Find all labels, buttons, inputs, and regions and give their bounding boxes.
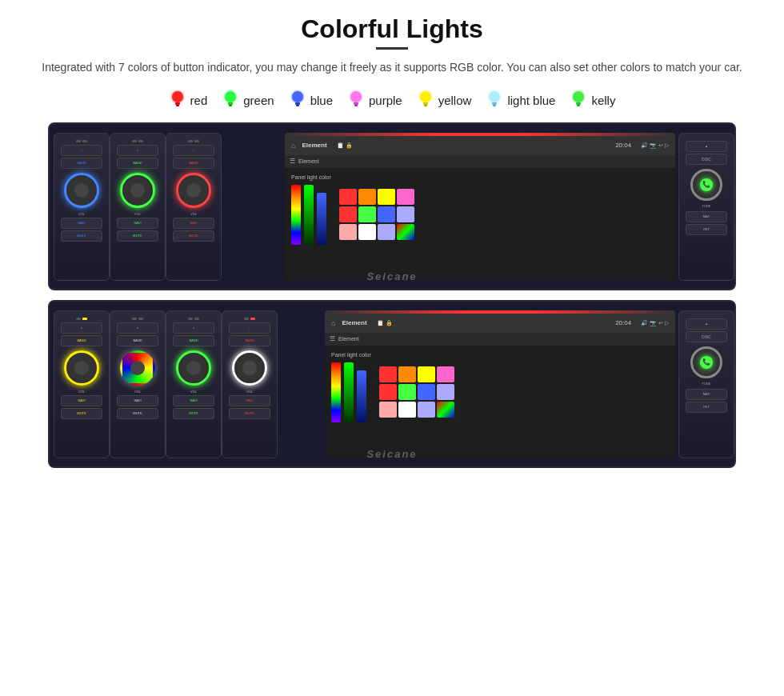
color-label-yellow: yellow — [438, 94, 472, 107]
color-item-light-blue: light blue — [486, 89, 555, 111]
svg-rect-14 — [424, 105, 427, 106]
title-underline — [376, 47, 408, 50]
svg-point-12 — [420, 91, 431, 102]
color-label-blue: blue — [310, 94, 333, 107]
color-item-red: red — [169, 89, 208, 111]
top-panel-3: ⌂ BAND VOL NAVI MUTE — [166, 133, 222, 281]
color-label-red: red — [190, 94, 208, 107]
color-label-green: green — [243, 94, 274, 107]
color-item-kelly: kelly — [570, 89, 615, 111]
color-item-yellow: yellow — [417, 89, 472, 111]
svg-point-18 — [573, 91, 584, 102]
bottom-center-screen: ⌂ Element 📋 🔒 20:04 🔊 📷 ↩ ▷ ☰ Element Pa… — [325, 310, 675, 458]
bottom-panel-4: ⌂ BAND VOL NAVI MUTE — [222, 310, 278, 458]
svg-rect-16 — [492, 102, 497, 105]
red-bulb-icon — [169, 89, 186, 111]
bottom-unit-image: ⌂ BAND VOL NAVI MUTE ⌂ BAND VOL NAVI MUT — [48, 300, 736, 468]
top-right-panel: ▲ DISC 📞 TUNE MAP R8T — [678, 133, 734, 281]
page-title: Colorful Lights — [32, 14, 752, 44]
watermark-bottom: Seicane — [366, 448, 417, 460]
color-label-light-blue: light blue — [507, 94, 555, 107]
top-panel-1: ⌂ BAND VOL NAVI MUTE — [54, 133, 110, 281]
top-left-panels: ⌂ BAND VOL NAVI MUTE ⌂ BAND VOL NAVI MUT — [50, 124, 282, 289]
svg-rect-20 — [577, 105, 580, 106]
svg-rect-11 — [354, 105, 358, 106]
color-label-kelly: kelly — [591, 94, 615, 107]
top-unit-image: ⌂ BAND VOL NAVI MUTE ⌂ BAND VOL NAVI MUT — [48, 122, 736, 290]
svg-rect-7 — [295, 102, 300, 105]
svg-point-3 — [225, 91, 236, 102]
color-item-blue: blue — [289, 89, 333, 111]
svg-point-0 — [172, 91, 183, 102]
bottom-right-panel: ▲ DISC 📞 TUNE MAP R8T — [678, 310, 734, 458]
bottom-panel-1: ⌂ BAND VOL NAVI MUTE — [54, 310, 110, 458]
subtitle: Integrated with 7 colors of button indic… — [32, 59, 752, 76]
svg-rect-17 — [493, 105, 496, 106]
color-item-purple: purple — [347, 89, 402, 111]
svg-rect-2 — [176, 105, 179, 106]
svg-rect-13 — [423, 102, 428, 105]
blue-bulb-icon — [289, 89, 306, 111]
purple-bulb-icon — [347, 89, 365, 111]
kelly-bulb-icon — [570, 89, 587, 111]
svg-point-15 — [489, 91, 500, 102]
svg-rect-8 — [296, 105, 299, 106]
svg-point-9 — [350, 91, 362, 102]
svg-rect-4 — [228, 102, 233, 105]
top-center-screen: ⌂ Element 📋 🔒 20:04 🔊 📷 ↩ ▷ ☰ Element Pa… — [285, 133, 675, 281]
top-panel-2: ⌂ BAND VOL NAVI MUTE — [110, 133, 166, 281]
svg-rect-10 — [354, 102, 358, 105]
watermark-top: Seicane — [366, 270, 417, 282]
color-indicators: red green — [32, 89, 752, 111]
svg-point-6 — [292, 91, 303, 102]
svg-rect-5 — [229, 105, 232, 106]
svg-rect-19 — [576, 102, 581, 105]
color-item-green: green — [222, 89, 274, 111]
green-bulb-icon — [222, 89, 239, 111]
color-label-purple: purple — [369, 94, 402, 107]
light-blue-bulb-icon — [486, 89, 503, 111]
bottom-panel-2: ⌂ BAND VOL NAVI MUTE — [110, 310, 166, 458]
yellow-bulb-icon — [417, 89, 434, 111]
bottom-panel-3: ⌂ BAND VOL NAVI MUTE — [166, 310, 222, 458]
svg-rect-1 — [175, 102, 180, 105]
bottom-left-panels: ⌂ BAND VOL NAVI MUTE ⌂ BAND VOL NAVI MUT — [50, 302, 322, 466]
